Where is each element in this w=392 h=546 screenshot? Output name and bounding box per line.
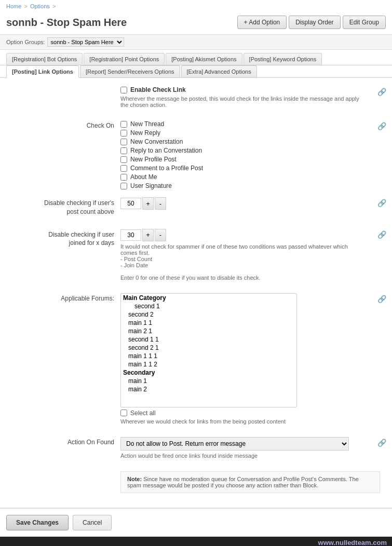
check-option-new-reply[interactable]: New Reply: [120, 129, 373, 136]
applicable-forums-label: Applicable Forums:: [6, 293, 120, 302]
check-on-field: Check On New Thread New Reply New Conver…: [6, 120, 373, 191]
forum-option-second1[interactable]: second 1: [121, 302, 296, 310]
checkbox-reply-conversation[interactable]: [120, 147, 127, 154]
check-option-new-thread[interactable]: New Thread: [120, 120, 373, 128]
check-on-row: Check On New Thread New Reply New Conver…: [6, 120, 386, 191]
cancel-button[interactable]: Cancel: [73, 515, 112, 530]
anchor-icon-enable[interactable]: 🔗: [377, 88, 386, 96]
option-group-select[interactable]: sonnb - Stop Spam Here: [47, 37, 124, 47]
enable-check-link-desc: Wherever the message be posted, this wou…: [120, 95, 359, 108]
forum-option-second11[interactable]: second 1 1: [121, 335, 296, 344]
join-days-number-field: + -: [120, 229, 373, 241]
checkbox-about-me[interactable]: [120, 174, 127, 181]
enable-check-link-field: Enable Check Link: [6, 86, 373, 93]
disable-join-days-field: Disable checking if user joined for x da…: [6, 229, 373, 281]
disable-post-count-anchor: 🔗: [373, 197, 386, 207]
save-changes-button[interactable]: Save Changes: [6, 515, 69, 530]
add-option-button[interactable]: + Add Option: [237, 16, 287, 29]
breadcrumb-sep1: >: [24, 3, 29, 9]
disable-post-count-row: Disable checking if user's post count ab…: [6, 197, 386, 223]
disable-post-count-content: + -: [120, 197, 373, 210]
forum-option-main1[interactable]: main 1: [121, 377, 296, 385]
forum-option-main2[interactable]: main 2: [121, 385, 296, 393]
enable-check-link-label[interactable]: Enable Check Link: [120, 86, 186, 93]
check-option-reply-conversation[interactable]: Reply to an Converstation: [120, 147, 373, 154]
tab-akismet[interactable]: [Posting] Akismet Options: [166, 53, 242, 65]
breadcrumb-home[interactable]: Home: [6, 3, 21, 9]
tab-advanced[interactable]: [Extra] Advanced Options: [181, 65, 257, 77]
edit-group-button[interactable]: Edit Group: [343, 16, 386, 29]
tab-keyword[interactable]: [Posting] Keyword Options: [244, 53, 322, 65]
disable-post-count-main: Disable checking if user's post count ab…: [6, 197, 373, 223]
tabs-row-2: [Posting] Link Options [Report] Sender/R…: [0, 65, 392, 78]
join-days-input[interactable]: [120, 229, 141, 241]
check-options: New Thread New Reply New Converstation R…: [120, 120, 373, 191]
enable-check-link-row: Enable Check Link Wherever the message b…: [6, 86, 386, 114]
anchor-icon-forums[interactable]: 🔗: [377, 295, 386, 303]
anchor-icon-check-on[interactable]: 🔗: [377, 122, 386, 130]
anchor-icon-join-days[interactable]: 🔗: [377, 230, 386, 239]
display-order-button[interactable]: Display Order: [289, 16, 340, 29]
checkbox-user-signature[interactable]: [120, 183, 127, 189]
check-option-user-signature[interactable]: User Signature: [120, 182, 373, 189]
disable-post-count-label: Disable checking if user's post count ab…: [6, 197, 120, 216]
anchor-icon-action[interactable]: 🔗: [377, 439, 386, 447]
action-on-found-field: Action On Found Do not allow to Post. Re…: [6, 437, 373, 459]
check-option-about-me[interactable]: About Me: [120, 173, 373, 181]
breadcrumb: Home > Options >: [0, 0, 392, 12]
applicable-forums-row: Applicable Forums: Main Category second …: [6, 293, 386, 431]
disable-join-days-content: + - It would not check for spammer if on…: [120, 229, 373, 281]
forum-option-second2[interactable]: second 2: [121, 310, 296, 319]
action-on-found-select[interactable]: Do not allow to Post. Return error messa…: [120, 437, 349, 451]
forum-option-main111[interactable]: main 1 1 1: [121, 352, 296, 360]
post-count-input[interactable]: [120, 198, 141, 209]
checkbox-new-profile-post[interactable]: [120, 156, 127, 163]
anchor-icon-post-count[interactable]: 🔗: [377, 199, 386, 207]
join-days-plus-button[interactable]: +: [142, 229, 154, 241]
breadcrumb-options[interactable]: Options: [30, 3, 50, 9]
action-on-found-label: Action On Found: [6, 437, 120, 446]
tab-point[interactable]: [Registration] Point Options: [84, 53, 165, 65]
watermark: www.nulledteam.com: [0, 537, 392, 546]
checkbox-comment-profile[interactable]: [120, 165, 127, 172]
checkbox-new-thread[interactable]: [120, 121, 127, 128]
forum-option-second21[interactable]: second 2 1: [121, 344, 296, 352]
disable-join-days-label: Disable checking if user joined for x da…: [6, 229, 120, 248]
check-on-label: Check On: [6, 120, 120, 129]
forum-option-main21[interactable]: main 2 1: [121, 327, 296, 335]
check-option-new-conversation[interactable]: New Converstation: [120, 138, 373, 145]
forum-multiselect[interactable]: Main Category second 1 second 2 main 1 1…: [120, 293, 297, 407]
forum-option-main-cat[interactable]: Main Category: [121, 294, 296, 302]
note-box: Note: Since have no moderation queue for…: [120, 471, 380, 493]
tab-sender[interactable]: [Report] Sender/Receivers Options: [80, 65, 180, 77]
forum-option-main11[interactable]: main 1 1: [121, 319, 296, 327]
select-all-checkbox[interactable]: [120, 410, 127, 416]
enable-check-link-main: Enable Check Link Wherever the message b…: [6, 86, 373, 114]
note-text: Since have no moderation queue for Conve…: [127, 476, 359, 488]
tab-link[interactable]: [Posting] Link Options: [6, 65, 79, 78]
check-on-main: Check On New Thread New Reply New Conver…: [6, 120, 373, 191]
join-days-minus-button[interactable]: -: [155, 229, 166, 241]
action-on-found-desc: Action would be fired once links found i…: [120, 453, 359, 459]
watermark-text: www.nulledteam.com: [318, 539, 387, 546]
applicable-forums-desc: Wherever we would check for links from t…: [120, 418, 349, 425]
applicable-forums-field: Applicable Forums: Main Category second …: [6, 293, 373, 425]
tab-bot[interactable]: [Registration] Bot Options: [6, 53, 83, 65]
applicable-forums-anchor: 🔗: [373, 293, 386, 303]
disable-join-days-main: Disable checking if user joined for x da…: [6, 229, 373, 287]
post-count-minus-button[interactable]: -: [155, 197, 166, 210]
footer-buttons: Save Changes Cancel: [0, 508, 392, 537]
post-count-plus-button[interactable]: +: [142, 197, 154, 210]
action-on-found-content: Do not allow to Post. Return error messa…: [120, 437, 373, 459]
forum-option-secondary[interactable]: Secondary: [121, 368, 296, 377]
option-group-bar: Option Groups: sonnb - Stop Spam Here: [0, 35, 392, 50]
checkbox-new-conversation[interactable]: [120, 139, 127, 145]
page-header: sonnb - Stop Spam Here + Add Option Disp…: [0, 12, 392, 35]
check-option-comment-profile[interactable]: Comment to a Profile Post: [120, 165, 373, 172]
forum-option-main112[interactable]: main 1 1 2: [121, 360, 296, 368]
check-option-new-profile-post[interactable]: New Profile Post: [120, 156, 373, 163]
header-buttons: + Add Option Display Order Edit Group: [237, 16, 386, 29]
checkbox-new-reply[interactable]: [120, 130, 127, 136]
applicable-forums-main: Applicable Forums: Main Category second …: [6, 293, 373, 431]
enable-check-link-checkbox[interactable]: [120, 87, 127, 93]
